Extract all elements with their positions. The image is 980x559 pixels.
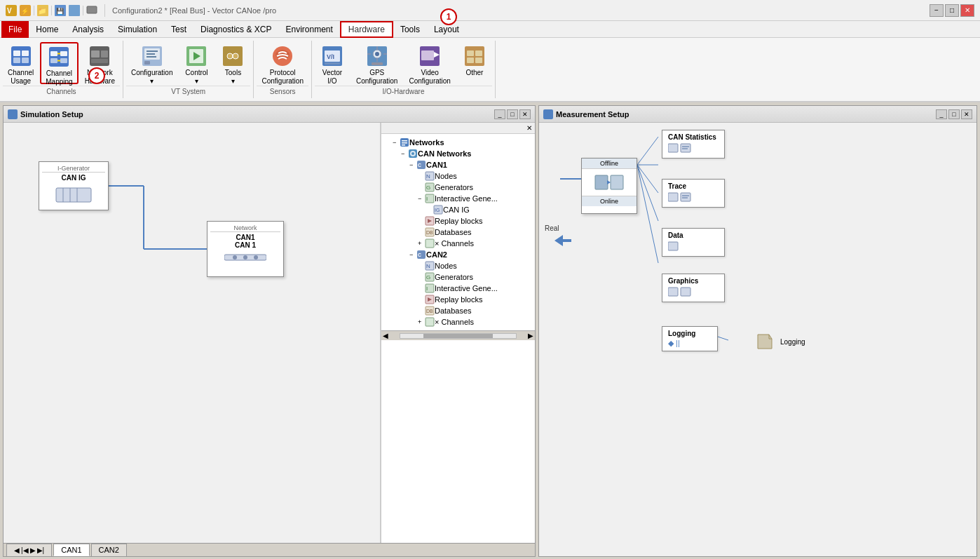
tree-item-can-networks[interactable]: − CAN Networks	[384, 148, 532, 159]
toolbar-icon1[interactable]: ⚡	[20, 5, 31, 16]
scroll-track[interactable]	[400, 333, 517, 339]
meas-content: Real Offline Online	[539, 123, 976, 556]
nodes1-icon: N	[425, 171, 435, 181]
ig-node-name: CAN IG	[42, 174, 105, 182]
configuration-button[interactable]: Configuration▾	[126, 42, 177, 84]
sim-maximize-button[interactable]: □	[507, 109, 518, 119]
minimize-button[interactable]: −	[930, 4, 944, 17]
svg-rect-51	[372, 62, 383, 65]
menu-tools[interactable]: Tools	[393, 21, 427, 38]
logging-file-area: Logging	[756, 333, 805, 350]
tree-item-can2[interactable]: − C CAN2	[384, 249, 532, 260]
control-button[interactable]: Control▾	[179, 42, 214, 84]
sim-tree: ✕ − Networks	[381, 123, 535, 543]
tab-nav-first[interactable]: |◀	[21, 546, 29, 554]
channels-label: Channels	[3, 86, 120, 97]
gps-config-label: GPSConfiguration	[356, 69, 397, 86]
sim-panel-icon	[8, 109, 18, 119]
tree-item-nodes1[interactable]: N Nodes	[384, 170, 532, 182]
svg-text:C: C	[418, 252, 421, 257]
vector-io-icon: V/I	[321, 45, 343, 67]
tree-item-replay2[interactable]: Replay blocks	[384, 294, 532, 305]
vt-tools-label: Tools▾	[225, 69, 241, 86]
maximize-button[interactable]: □	[945, 4, 959, 17]
video-config-label: VideoConfiguration	[409, 69, 450, 86]
scroll-right-arrow[interactable]: ▶	[526, 332, 535, 339]
databases1-label: Databases	[435, 228, 472, 236]
tree-item-networks[interactable]: − Networks	[384, 137, 532, 148]
menu-file[interactable]: File	[1, 21, 29, 38]
tree-item-interactive1[interactable]: − I Interactive Gene...	[384, 193, 532, 204]
can-networks-label: CAN Networks	[418, 149, 471, 158]
save-icon[interactable]: 💾	[55, 5, 66, 16]
menu-test[interactable]: Test	[164, 21, 193, 38]
gps-config-button[interactable]: GPSConfiguration	[351, 42, 402, 84]
tab-can1[interactable]: CAN1	[53, 544, 89, 556]
svg-point-37	[227, 53, 233, 59]
config-icon[interactable]	[69, 5, 80, 16]
svg-rect-24	[101, 50, 108, 58]
svg-rect-20	[60, 58, 67, 63]
menu-simulation[interactable]: Simulation	[111, 21, 164, 38]
tree-item-generators1[interactable]: G Generators	[384, 182, 532, 193]
channel-mapping-button[interactable]: ChannelMapping	[40, 42, 78, 84]
tree-scroll-area[interactable]: − Networks − CAN Networks	[381, 134, 535, 330]
generators1-label: Generators	[435, 183, 473, 191]
svg-text:📁: 📁	[38, 6, 47, 15]
svg-text:N: N	[426, 173, 430, 180]
tree-item-replay1[interactable]: Replay blocks	[384, 215, 532, 227]
tree-close-button[interactable]: ✕	[525, 124, 533, 132]
logging-file-icon	[756, 333, 777, 350]
gps-config-icon	[366, 45, 388, 67]
protocol-config-icon	[271, 45, 294, 67]
close-button[interactable]: ✕	[960, 4, 974, 17]
offline-online-box[interactable]: Offline Online	[581, 158, 637, 214]
tree-horizontal-scroll[interactable]: ◀ ▶	[381, 330, 535, 340]
tab-can2[interactable]: CAN2	[91, 544, 127, 556]
sim-close-button[interactable]: ✕	[519, 109, 531, 119]
tree-item-generators2[interactable]: G Generators	[384, 271, 532, 283]
interactive2-icon: I	[425, 283, 435, 293]
tab-nav-prev[interactable]: ◀	[14, 546, 20, 554]
main-content: Simulation Setup _ □ ✕	[0, 102, 980, 559]
annotation-1: 1	[440, 8, 457, 25]
tree-item-nodes2[interactable]: N Nodes	[384, 260, 532, 271]
menu-analysis[interactable]: Analysis	[65, 21, 111, 38]
meas-maximize-button[interactable]: □	[948, 109, 960, 119]
folder-icon[interactable]: 📁	[37, 5, 48, 16]
tab-nav-next[interactable]: ▶	[30, 546, 36, 554]
menu-diagnostics[interactable]: Diagnostics & XCP	[193, 21, 278, 38]
svg-rect-115	[611, 175, 623, 189]
configuration-label: Configuration▾	[131, 69, 172, 86]
channel-usage-button[interactable]: ChannelUsage	[3, 42, 39, 84]
svg-rect-9	[87, 6, 97, 13]
monitor-icon[interactable]	[86, 5, 97, 16]
vector-io-button[interactable]: V/I VectorI/O	[315, 42, 350, 84]
tree-item-databases1[interactable]: DB Databases	[384, 227, 532, 238]
tree-item-interactive2[interactable]: I Interactive Gene...	[384, 283, 532, 294]
meas-close-button[interactable]: ✕	[961, 109, 972, 119]
menu-hardware[interactable]: Hardware	[340, 21, 393, 38]
tree-item-can1[interactable]: − C CAN1	[384, 159, 532, 170]
video-config-button[interactable]: VideoConfiguration	[404, 42, 455, 84]
menu-environment[interactable]: Environment	[278, 21, 339, 38]
tree-item-channels2[interactable]: + × Channels	[384, 316, 532, 328]
tree-item-canig[interactable]: IG CAN IG	[384, 204, 532, 215]
tree-item-databases2[interactable]: DB Databases	[384, 305, 532, 316]
menu-home[interactable]: Home	[29, 21, 65, 38]
meas-minimize-button[interactable]: _	[936, 109, 947, 119]
vt-tools-button[interactable]: Tools▾	[215, 42, 250, 84]
nodes1-label: Nodes	[435, 172, 457, 180]
sim-main-area: I-Generator CAN IG	[4, 123, 535, 543]
scroll-thumb[interactable]	[423, 334, 493, 338]
tree-item-channels1[interactable]: + × Channels	[384, 238, 532, 249]
svg-point-70	[254, 255, 258, 260]
svg-marker-116	[607, 180, 611, 184]
replay1-label: Replay blocks	[435, 217, 482, 225]
protocol-config-button[interactable]: ProtocolConfiguration	[257, 42, 308, 84]
scroll-left-arrow[interactable]: ◀	[381, 332, 390, 339]
other-button[interactable]: Other	[457, 42, 492, 84]
sim-minimize-button[interactable]: _	[494, 109, 505, 119]
channels2-label: × Channels	[435, 318, 474, 326]
tab-nav-last[interactable]: ▶|	[37, 546, 45, 554]
